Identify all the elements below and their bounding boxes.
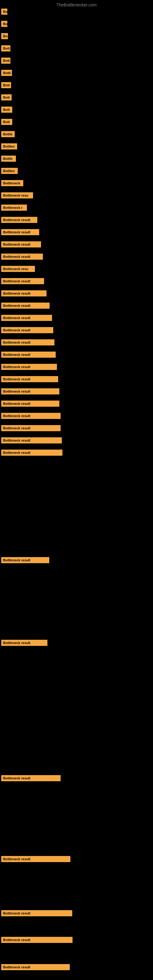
result-item: Bottlen [1,168,18,174]
result-item: Bottleneck result [1,302,49,309]
result-item: Bottle [1,156,16,162]
result-item: Bottleneck result [1,401,59,407]
result-item: Bottleneck result [1,339,54,345]
result-item: Bottleneck result [1,640,48,646]
result-item: Bott [1,82,11,88]
result-item: Bo [1,33,8,39]
result-item: Bottleneck result [1,229,39,235]
result-item: Bottleneck result [1,217,37,223]
result-item: Bottleneck result [1,413,61,419]
result-item: Bottleneck result [1,364,57,370]
result-item: Bottleneck result [1,910,72,916]
result-item: Bottleneck result [1,775,61,781]
result-item: Bott [1,119,12,125]
result-item: Bottleneck result [1,856,70,862]
result-item: Bottleneck result [1,376,58,382]
result-item: Bottleneck result [1,450,62,456]
result-item: Bottleneck result [1,315,52,321]
result-item: Bott [1,57,10,64]
result-item: Bott [1,94,12,100]
result-item: Bottlen [1,143,17,150]
result-item: Bottleneck result [1,425,61,431]
result-item: Bottleneck result [1,254,43,260]
result-item: Bottleneck result [1,557,49,563]
result-item: Bottleneck result [1,327,53,333]
result-item: Bottleneck result [1,278,44,284]
result-item: Bott [1,45,10,51]
result-item: Bottleneck result [1,290,46,296]
result-item: Bo [1,21,7,27]
result-item: Bottle [1,131,15,137]
result-item: Bottleneck result [1,937,73,943]
result-item: Bottleneck r [1,205,27,211]
result-item: Bottleneck resu [1,192,33,199]
result-item: Bottleneck result [1,241,41,247]
result-item: Bottl [1,70,12,76]
result-item: Bottleneck result [1,352,56,358]
result-item: Bottleneck [1,180,23,186]
result-item: Bo [1,9,7,15]
result-item: Bott [1,107,12,113]
result-item: Bottleneck resu [1,266,35,272]
result-item: Bottleneck result [1,388,59,395]
result-item: Bottleneck result [1,964,70,970]
result-item: Bottleneck result [1,438,62,444]
site-title: TheBottlenecker.com [0,0,153,9]
